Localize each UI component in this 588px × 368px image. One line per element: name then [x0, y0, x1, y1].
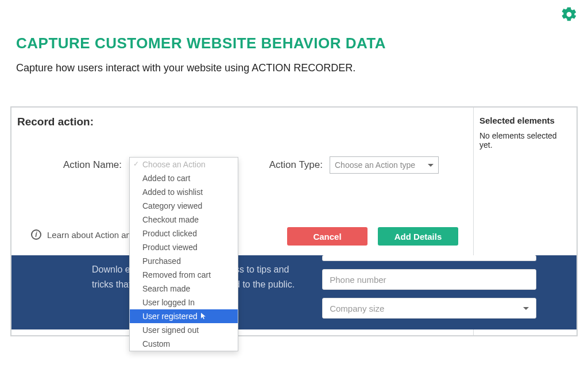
info-icon: i: [31, 229, 41, 240]
cursor-icon: [200, 312, 207, 321]
action-type-placeholder: Choose an Action type: [335, 160, 415, 170]
company-placeholder: Company size: [330, 304, 384, 313]
dropdown-placeholder[interactable]: Choose an Action: [130, 158, 238, 171]
sidebar-heading: Selected elements: [479, 116, 571, 125]
action-name-label: Action Name:: [63, 159, 122, 171]
phone-number-input[interactable]: Phone number: [322, 269, 536, 290]
dropdown-item[interactable]: Product clicked: [130, 227, 238, 240]
action-type-label: Action Type:: [269, 159, 323, 171]
cancel-button[interactable]: Cancel: [287, 227, 368, 246]
dropdown-item[interactable]: User registered: [130, 309, 238, 323]
company-size-select[interactable]: Company size: [322, 298, 536, 319]
background-website: Downlo en released this year by cess to …: [11, 255, 577, 329]
dropdown-item[interactable]: Search made: [130, 282, 238, 296]
dropdown-item[interactable]: Purchased: [130, 254, 238, 268]
dropdown-item[interactable]: Custom: [130, 337, 238, 351]
dropdown-item[interactable]: Checkout made: [130, 213, 238, 227]
dropdown-item[interactable]: Removed from cart: [130, 268, 238, 282]
add-details-button[interactable]: Add Details: [378, 227, 458, 246]
record-action-label: Record action:: [17, 116, 94, 128]
page-subtitle: Capture how users interact with your web…: [16, 62, 355, 74]
gear-icon: [560, 6, 578, 23]
background-input-partial: [322, 255, 536, 261]
dropdown-item[interactable]: Category viewed: [130, 199, 238, 213]
chevron-down-icon: [428, 164, 434, 167]
action-recorder-panel: Record action: Selected elements No elem…: [10, 106, 578, 336]
sidebar-empty-text: No elements selected yet.: [479, 131, 571, 150]
dropdown-item[interactable]: Product viewed: [130, 240, 238, 254]
phone-placeholder: Phone number: [330, 275, 386, 285]
chevron-down-icon: [523, 307, 529, 310]
dropdown-item[interactable]: Added to wishlist: [130, 185, 238, 199]
action-type-select[interactable]: Choose an Action type: [330, 156, 439, 174]
dropdown-item[interactable]: Added to cart: [130, 171, 238, 185]
dropdown-item[interactable]: User logged In: [130, 296, 238, 309]
action-name-dropdown[interactable]: Choose an Action Added to cartAdded to w…: [129, 157, 238, 351]
page-title: CAPTURE CUSTOMER WEBSITE BEHAVIOR DATA: [16, 34, 386, 52]
dropdown-item[interactable]: User signed out: [130, 323, 238, 337]
